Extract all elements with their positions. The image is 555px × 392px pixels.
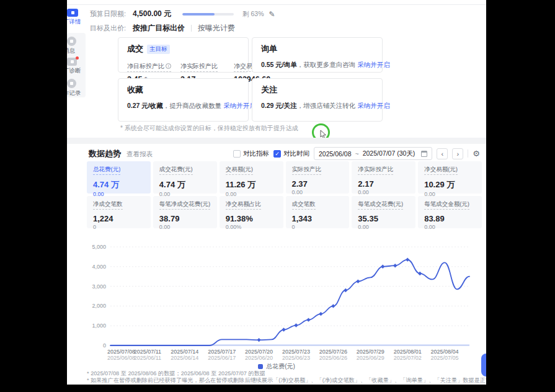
tile-compare-value: 0.00% bbox=[226, 224, 277, 230]
card-title: 收藏 bbox=[127, 84, 143, 96]
checkbox-unchecked-icon[interactable] bbox=[233, 150, 241, 158]
sidebar-item-label: 作记录 bbox=[67, 89, 86, 97]
info-icon[interactable]: i bbox=[166, 63, 171, 69]
svg-text:2025/06/20: 2025/06/20 bbox=[245, 355, 273, 360]
data-point bbox=[418, 272, 422, 275]
tab-bid-by-goal[interactable]: 按推广目标出价 bbox=[133, 23, 185, 33]
data-point bbox=[406, 257, 409, 261]
svg-text:0: 0 bbox=[103, 342, 106, 349]
sidebar-item-label: 广诊断 bbox=[67, 67, 86, 75]
adopt-enable-link[interactable]: 采纳并开启 bbox=[357, 102, 390, 109]
sidebar-item-diagnosis[interactable]: 广诊断 bbox=[67, 58, 86, 75]
tile-value: 2.17 bbox=[358, 179, 409, 189]
metric-tile-9[interactable]: 成交笔数1,3430 bbox=[286, 196, 350, 228]
next-period-button[interactable]: › bbox=[452, 148, 463, 159]
tile-value: 2.37 bbox=[292, 179, 344, 189]
sidebar-item-detail[interactable]: 广详情 bbox=[67, 9, 86, 26]
message-icon bbox=[67, 37, 76, 46]
footnote-2: * 如果推广在暂停或删除前已经获得了曝光，那么在暂停或删除后继续展示「(净)交易… bbox=[87, 376, 486, 385]
svg-text:2025/06/08: 2025/06/08 bbox=[107, 355, 135, 360]
date-end: 2025/07/07 (30天) bbox=[363, 149, 415, 158]
metric-tile-6[interactable]: 净成交笔数1,2240 bbox=[87, 196, 151, 228]
metric-tile-5[interactable]: 净交易额(元)10.29 万0.00 bbox=[418, 161, 482, 194]
tile-value: 91.38% bbox=[226, 214, 277, 223]
daily-budget-row: 预算日限额: 4,500.00 元 剩 63% ✎ bbox=[90, 9, 275, 19]
metric-tile-0[interactable]: 总花费(元)4.74 万0.00 bbox=[87, 161, 151, 194]
compare-metric-label: 对比指标 bbox=[243, 149, 269, 158]
card-favorite: 收藏 0.27 元/收藏，提升商品收藏数量 采纳并开启 bbox=[118, 78, 249, 122]
adopt-enable-link[interactable]: 采纳并开启 bbox=[223, 102, 256, 109]
data-point bbox=[356, 279, 360, 283]
primary-goal-badge: 主目标 bbox=[147, 45, 170, 54]
metric-tile-7[interactable]: 每笔净成交花费(元)38.790.00 bbox=[153, 196, 217, 228]
tile-value: 35.35 bbox=[358, 214, 409, 223]
svg-text:2025/06/26: 2025/06/26 bbox=[319, 355, 347, 360]
edit-budget-icon[interactable]: ✎ bbox=[269, 10, 275, 19]
goal-label: 目标及出价: bbox=[90, 24, 126, 33]
card-inquiry: 询单 0.55 元/询单，获取更多意向咨询 采纳并开启 bbox=[252, 37, 383, 73]
compare-metric-checkbox[interactable]: 对比指标 bbox=[233, 149, 269, 158]
data-point bbox=[294, 323, 298, 327]
tile-value: 4.74 万 bbox=[159, 179, 211, 190]
svg-text:2025/06/29: 2025/06/29 bbox=[357, 355, 384, 360]
svg-text:2025/06/23: 2025/06/23 bbox=[282, 355, 310, 360]
metric-tile-2[interactable]: 交易额(元)11.26 万0.00 bbox=[220, 161, 283, 194]
svg-text:2025/07/23: 2025/07/23 bbox=[282, 349, 310, 355]
data-point bbox=[344, 288, 347, 292]
card-description: 0.27 元/收藏，提升商品收藏数量 采纳并开启 bbox=[127, 102, 239, 110]
data-point bbox=[393, 264, 397, 267]
svg-text:2025/07/05: 2025/07/05 bbox=[431, 355, 459, 360]
svg-text:2025/08/01: 2025/08/01 bbox=[394, 349, 422, 355]
card-description: 0.29 元/关注，增强店铺关注转化 采纳并开启 bbox=[261, 102, 373, 110]
svg-text:2,000: 2,000 bbox=[92, 303, 106, 309]
tile-label: 每笔成交花费(元) bbox=[358, 200, 403, 210]
svg-text:2025/07/02: 2025/07/02 bbox=[394, 355, 422, 360]
metric-tile-1[interactable]: 成交花费(元)4.74 万0.00 bbox=[153, 161, 217, 194]
tile-label: 总花费(元) bbox=[93, 166, 120, 175]
checkbox-checked-icon[interactable]: ✓ bbox=[273, 150, 281, 158]
tab-bid-by-impression[interactable]: 按曝光计费 bbox=[198, 23, 235, 33]
tile-compare-value: 0.00 bbox=[292, 189, 344, 195]
tile-label: 净交易额(元) bbox=[424, 166, 458, 175]
svg-text:2025/07/26: 2025/07/26 bbox=[319, 349, 347, 355]
screen: 广详情 消息 广诊断 作记录 预算日限额: 4,500.00 元 剩 63% ✎ bbox=[0, 0, 555, 392]
tile-value: 4.74 万 bbox=[93, 179, 144, 190]
card-title: 关注 bbox=[261, 84, 277, 96]
tile-value: 10.29 万 bbox=[424, 179, 476, 190]
svg-text:2025/06/11: 2025/06/11 bbox=[134, 355, 161, 360]
top-divider bbox=[67, 0, 486, 5]
metric-tile-10[interactable]: 每笔成交花费(元)35.350.00 bbox=[352, 196, 415, 228]
history-icon bbox=[67, 79, 76, 88]
trend-controls: 对比指标 ✓ 对比时间 2025/06/08 ~ 2025/07/07 (30天… bbox=[233, 147, 480, 160]
svg-text:2025/07/17: 2025/07/17 bbox=[208, 349, 236, 355]
svg-text:3,000: 3,000 bbox=[92, 283, 106, 290]
metric-tile-8[interactable]: 净交易额占比91.38%0.00% bbox=[220, 196, 283, 228]
svg-text:2025/07/29: 2025/07/29 bbox=[357, 349, 384, 355]
floating-action-button[interactable] bbox=[481, 354, 486, 376]
svg-text:2025/07/20: 2025/07/20 bbox=[245, 349, 273, 355]
tile-compare-value: 0.00 bbox=[358, 189, 409, 195]
tile-compare-value: 0.00 bbox=[424, 224, 476, 230]
svg-text:2025/08/04: 2025/08/04 bbox=[431, 349, 459, 355]
tile-label: 每笔净成交花费(元) bbox=[159, 200, 210, 210]
trend-chart: 01,0002,0003,0004,0005,0002025/07/082025… bbox=[83, 241, 482, 360]
prev-period-button[interactable]: ‹ bbox=[437, 148, 448, 159]
tile-compare-value: 0 bbox=[292, 224, 344, 230]
tile-compare-value: 0.00 bbox=[358, 224, 409, 230]
metric-tile-4[interactable]: 净实际投产比2.170.00 bbox=[352, 161, 415, 194]
compare-time-checkbox[interactable]: ✓ 对比时间 bbox=[273, 149, 309, 158]
metric-tile-3[interactable]: 实际投产比2.370.00 bbox=[286, 161, 350, 194]
sidebar-item-message[interactable]: 消息 bbox=[67, 37, 86, 55]
gear-icon[interactable]: ⚙ bbox=[473, 149, 480, 158]
date-range-picker[interactable]: 2025/06/08 ~ 2025/07/07 (30天) bbox=[314, 147, 432, 160]
card-deal: 成交 主目标 净目标投产比i 2.45✎ 净实际投产比 2.17 净交易额(元)… bbox=[118, 37, 249, 73]
sidebar-item-records[interactable]: 作记录 bbox=[67, 79, 86, 97]
metric-tile-11[interactable]: 每笔成交金额(元)83.890.00 bbox=[418, 196, 482, 228]
svg-text:2025/06/17: 2025/06/17 bbox=[208, 355, 236, 360]
controls-divider bbox=[468, 149, 468, 158]
tile-value: 1,224 bbox=[93, 214, 144, 223]
adopt-enable-link[interactable]: 采纳并开启 bbox=[357, 61, 390, 68]
legend-label[interactable]: 总花费(元) bbox=[266, 362, 295, 371]
tab-divider bbox=[191, 25, 192, 32]
view-report-link[interactable]: 查看报表 bbox=[127, 150, 153, 159]
